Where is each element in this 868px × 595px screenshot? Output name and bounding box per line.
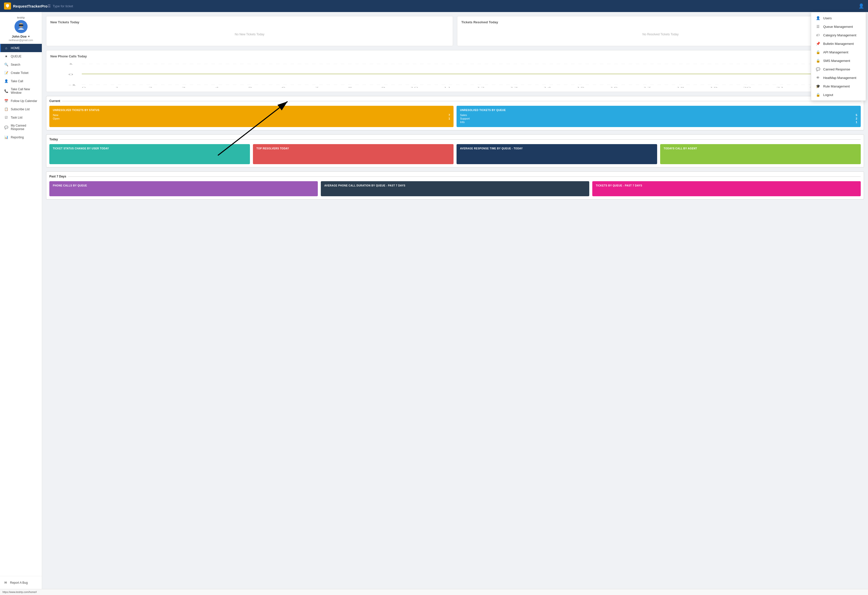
dropdown-icon-canned-response: 💬 (816, 67, 820, 71)
current-section-label: Current (49, 99, 861, 103)
sidebar-footer: ✉ Report A Bug (0, 576, 42, 589)
sidebar-name: John Doe ▼ (12, 35, 30, 38)
sidebar-item-home[interactable]: ⌂ HOME (0, 44, 42, 52)
stat-row-label: New (53, 114, 58, 117)
dropdown-label-sms-management: SMS Management (823, 59, 850, 63)
current-section: Current UNRESOLVED TICKETS BY STATUS New… (46, 96, 864, 130)
stat-card-title: TICKET STATUS CHANGE BY USER TODAY (53, 147, 247, 150)
nav-label-take-call-new-window: Take Call New Window (11, 87, 38, 95)
sidebar-item-task-list[interactable]: ☑ Task List (0, 113, 42, 121)
dropdown-item-bulletin-management[interactable]: 📌 Bulletin Management (811, 39, 866, 48)
dropdown-label-bulletin-management: Bulletin Management (823, 42, 854, 46)
stat-row: Support 2 (460, 117, 857, 120)
svg-text:0: 0 (82, 86, 86, 88)
stat-card-title: TOP RESOLVERS TODAY (257, 147, 450, 150)
stat-row-count: 2 (856, 117, 857, 120)
sidebar-item-queue[interactable]: ★ QUEUE (0, 52, 42, 61)
svg-text:6: 6 (282, 86, 285, 88)
today-section: Today TICKET STATUS CHANGE BY USER TODAY… (46, 134, 864, 167)
dropdown-item-rule-management[interactable]: 🎓 Rule Management (811, 82, 866, 90)
dropdown-label-heatmap-management: HeatMap Management (823, 76, 856, 80)
dropdown-icon-rule-management: 🎓 (816, 84, 820, 88)
search-placeholder: Type for ticket (53, 4, 73, 8)
user-icon[interactable]: 👤 (859, 3, 864, 9)
sidebar-item-search[interactable]: 🔍 Search (0, 61, 42, 69)
svg-text:11: 11 (443, 86, 451, 88)
stat-card-unresolved-by-status: UNRESOLVED TICKETS BY STATUS New 7 Open … (49, 106, 453, 127)
stat-card-title: PHONE CALLS BY QUEUE (53, 184, 314, 187)
nav-icon-subscribe-list: 📋 (4, 107, 8, 111)
stat-row: Info 1 (460, 121, 857, 124)
svg-text:16: 16 (610, 86, 618, 88)
nav-label-task-list: Task List (11, 116, 22, 119)
main-content: New Tickets Today No New Tickets Today T… (42, 12, 868, 589)
sidebar-item-reporting[interactable]: 📊 Reporting (0, 133, 42, 141)
dropdown-item-category-management[interactable]: 🏷 Category Management (811, 31, 866, 39)
svg-text:5: 5 (248, 86, 252, 88)
dropdown-item-users[interactable]: 👤 Users (811, 14, 866, 22)
sidebar-item-subscribe-list[interactable]: 📋 Subscribe List (0, 105, 42, 113)
nav-icon-reporting: 📊 (4, 135, 8, 139)
svg-text:15: 15 (577, 86, 585, 88)
nav-label-home: HOME (11, 46, 20, 50)
nav-label-queue: QUEUE (11, 55, 22, 58)
sidebar-item-follow-up-calendar[interactable]: 📅 Follow Up Calendar (0, 97, 42, 105)
svg-text:20: 20 (743, 86, 751, 88)
stat-card-top-resolvers: TOP RESOLVERS TODAY (253, 144, 453, 164)
past7-section-label: Past 7 Days (49, 175, 861, 178)
svg-text:21: 21 (776, 86, 784, 88)
nav-label-create-ticket: Create Ticket (11, 71, 28, 75)
svg-rect-3 (15, 30, 28, 33)
resolved-tickets-title: Tickets Resolved Today (461, 20, 860, 24)
dropdown-icon-heatmap-management: 👁 (816, 76, 820, 80)
footer-label-report-bug: Report A Bug (10, 581, 28, 585)
brand-name: RequestTrackerPro (13, 4, 47, 8)
stat-row-label: Open (53, 117, 60, 120)
avatar (15, 20, 28, 33)
today-section-label: Today (49, 138, 861, 141)
dropdown-item-heatmap-management[interactable]: 👁 HeatMap Management (811, 73, 866, 82)
stat-card-phone-calls-by-queue: PHONE CALLS BY QUEUE (49, 181, 318, 196)
dropdown-icon-bulletin-management: 📌 (816, 41, 820, 46)
dropdown-arrow-icon: ▼ (28, 35, 30, 38)
dropdown-label-rule-management: Rule Management (823, 84, 850, 88)
new-tickets-card: New Tickets Today No New Tickets Today (46, 16, 453, 46)
footer-icon-report-bug: ✉ (3, 581, 7, 585)
hamburger-icon[interactable]: ☰ (47, 4, 51, 8)
sidebar-item-create-ticket[interactable]: 📝 Create Ticket (0, 69, 42, 77)
phone-calls-title: New Phone Calls Today (50, 55, 860, 58)
dropdown-item-sms-management[interactable]: 🔒 SMS Management (811, 56, 866, 65)
stat-card-title: UNRESOLVED TICKETS BY QUEUE (460, 109, 857, 111)
nav-icon-create-ticket: 📝 (4, 71, 8, 75)
stat-card-title: TICKETS BY QUEUE - PAST 7 DAYS (596, 184, 857, 187)
svg-text:13: 13 (510, 86, 518, 88)
nav-icon-home: ⌂ (4, 46, 8, 50)
nav-icon-search: 🔍 (4, 63, 8, 67)
dropdown-icon-category-management: 🏷 (816, 33, 820, 37)
today-stat-cards: TICKET STATUS CHANGE BY USER TODAYTOP RE… (49, 144, 861, 164)
sidebar-footer-item-report-bug[interactable]: ✉ Report A Bug (3, 579, 38, 586)
resolved-tickets-empty: No Resolved Tickets Today (461, 30, 860, 36)
dropdown-item-api-management[interactable]: 🔒 API Management (811, 48, 866, 56)
svg-text:7: 7 (315, 86, 319, 88)
svg-text:2: 2 (148, 86, 152, 88)
nav-icon-take-call-new-window: 📞 (4, 89, 8, 93)
svg-text:17: 17 (643, 86, 651, 88)
new-tickets-title: New Tickets Today (50, 20, 449, 24)
sidebar-item-take-call-new-window[interactable]: 📞 Take Call New Window (0, 85, 42, 97)
dropdown-item-logout[interactable]: 🔒 Logout (811, 90, 866, 99)
dropdown-item-canned-response[interactable]: 💬 Canned Response (811, 65, 866, 73)
nav-label-take-call: Take Call (11, 80, 23, 83)
dropdown-item-queue-management[interactable]: ☰ Queue Management (811, 22, 866, 31)
brand-icon (4, 3, 11, 9)
past7-section: Past 7 Days PHONE CALLS BY QUEUEAVERAGE … (46, 172, 864, 200)
dropdown-icon-api-management: 🔒 (816, 50, 820, 54)
sidebar-item-take-call[interactable]: 👤 Take Call (0, 77, 42, 85)
stat-row-label: Info (460, 121, 465, 124)
sidebar-item-my-canned-response[interactable]: 💬 My Canned Response (0, 121, 42, 133)
sidebar-nav: ⌂ HOME★ QUEUE🔍 Search📝 Create Ticket👤 Ta… (0, 44, 42, 576)
stat-card-title: TODAYS CALL BY AGENT (664, 147, 857, 150)
stat-card-avg-call-duration: AVERAGE PHONE CALL DURATION BY QUEUE - P… (321, 181, 589, 196)
svg-rect-5 (19, 24, 23, 26)
svg-text:12: 12 (477, 86, 484, 88)
